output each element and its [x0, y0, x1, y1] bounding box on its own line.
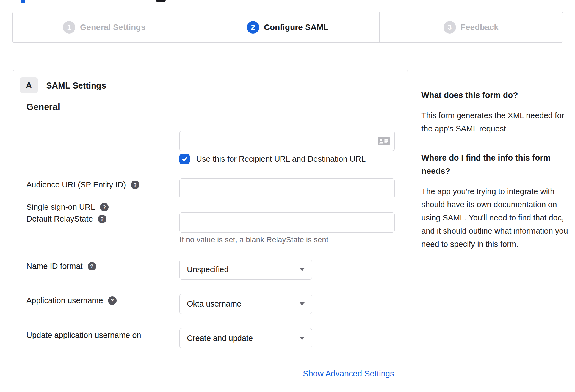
- application-username-value: Okta username: [187, 299, 241, 308]
- recipient-url-checkbox-label: Use this for Recipient URL and Destinati…: [196, 154, 366, 164]
- sidebar-heading-what: What does this form do?: [421, 89, 571, 102]
- name-id-format-label: Name ID format: [26, 262, 83, 271]
- step-label: General Settings: [80, 23, 145, 32]
- update-username-value: Create and update: [187, 334, 253, 343]
- audience-uri-label: Audience URI (SP Entity ID): [26, 180, 126, 189]
- show-advanced-settings-link[interactable]: Show Advanced Settings: [303, 369, 394, 378]
- recipient-url-checkbox-row: Use this for Recipient URL and Destinati…: [179, 154, 366, 164]
- cutoff-blue-accent: [21, 0, 25, 3]
- name-id-format-select[interactable]: Unspecified: [179, 260, 312, 280]
- name-id-format-value: Unspecified: [187, 265, 229, 274]
- step-number-badge: 3: [444, 21, 456, 34]
- default-relaystate-input[interactable]: [179, 212, 395, 233]
- chevron-down-icon: [300, 302, 305, 306]
- audience-uri-label-row: Audience URI (SP Entity ID) ?: [26, 180, 139, 189]
- default-relaystate-label-row: Default RelayState ?: [26, 214, 106, 223]
- default-relaystate-label: Default RelayState: [26, 214, 93, 223]
- general-section-heading: General: [26, 102, 60, 112]
- saml-settings-panel: A SAML Settings General Single sign-on U…: [13, 70, 408, 392]
- application-username-select[interactable]: Okta username: [179, 294, 312, 314]
- sidebar-heading-where: Where do I find the info this form needs…: [421, 151, 571, 178]
- relaystate-hint: If no value is set, a blank RelayState i…: [179, 235, 328, 244]
- application-username-label: Application username: [26, 296, 103, 305]
- sidebar-paragraph-where: The app you're trying to integrate with …: [421, 185, 571, 251]
- step-number-badge: 2: [247, 21, 259, 34]
- sso-url-input-wrap: [179, 131, 395, 151]
- help-icon[interactable]: ?: [88, 262, 96, 270]
- name-id-format-label-row: Name ID format ?: [26, 262, 96, 271]
- chevron-down-icon: [300, 268, 305, 271]
- update-username-label-row: Update application username on: [26, 331, 141, 340]
- help-icon[interactable]: ?: [108, 296, 117, 305]
- step-feedback[interactable]: 3 Feedback: [379, 12, 563, 42]
- panel-title: SAML Settings: [46, 81, 106, 91]
- help-icon[interactable]: ?: [100, 203, 109, 211]
- step-general-settings[interactable]: 1 General Settings: [13, 12, 196, 42]
- sso-url-label: Single sign-on URL: [26, 203, 95, 212]
- application-username-label-row: Application username ?: [26, 296, 117, 305]
- update-username-select[interactable]: Create and update: [179, 328, 312, 348]
- help-sidebar: What does this form do? This form genera…: [421, 89, 571, 267]
- sso-url-input[interactable]: [179, 131, 395, 151]
- help-icon[interactable]: ?: [98, 215, 106, 223]
- update-username-label: Update application username on: [26, 331, 141, 340]
- help-icon[interactable]: ?: [131, 181, 139, 189]
- cutoff-app-logo: [156, 0, 166, 2]
- sidebar-paragraph-what: This form generates the XML needed for t…: [421, 109, 571, 135]
- sso-url-label-row: Single sign-on URL ?: [26, 203, 109, 212]
- use-for-recipient-url-checkbox[interactable]: [179, 154, 190, 164]
- wizard-stepper: 1 General Settings 2 Configure SAML 3 Fe…: [12, 12, 563, 43]
- step-configure-saml[interactable]: 2 Configure SAML: [196, 12, 379, 42]
- audience-uri-input[interactable]: [179, 178, 395, 198]
- step-label: Feedback: [461, 23, 499, 32]
- step-number-badge: 1: [63, 21, 75, 34]
- checkmark-icon: [181, 156, 188, 162]
- section-a-badge: A: [20, 77, 38, 93]
- step-label: Configure SAML: [264, 23, 328, 32]
- chevron-down-icon: [300, 337, 305, 340]
